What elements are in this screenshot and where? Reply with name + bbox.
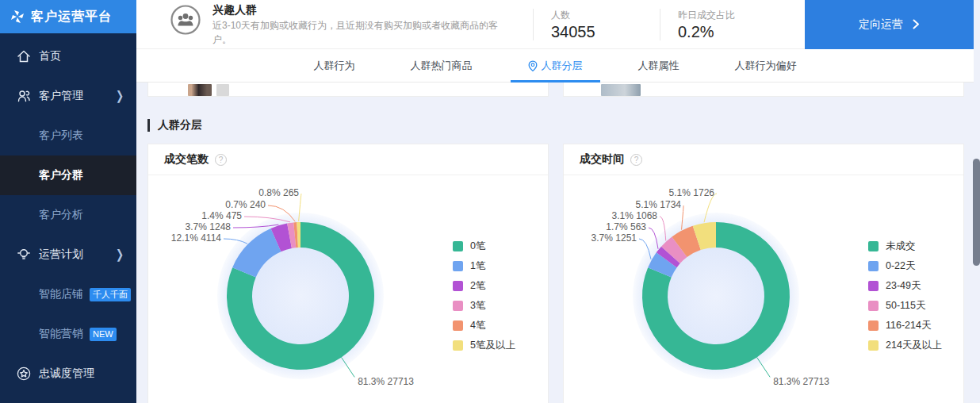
- card-title: 成交时间: [580, 152, 624, 167]
- pinwheel-logo-icon: [10, 9, 25, 25]
- slice-label: 12.1% 4114: [171, 232, 221, 244]
- chevron-right-icon: [913, 19, 920, 29]
- smart-store-badge: 千人千面: [90, 288, 131, 301]
- tab-group-hot-products[interactable]: 人群热门商品: [406, 49, 477, 83]
- legend-item[interactable]: 2笔: [453, 276, 515, 296]
- legend-label: 3笔: [470, 299, 485, 313]
- slice-label: 3.7% 1248: [186, 221, 232, 232]
- app-logo[interactable]: 客户运营平台: [0, 0, 136, 33]
- sidebar-item-label: 首页: [39, 49, 61, 63]
- slice-label: 81.3% 27713: [358, 376, 414, 387]
- legend-label: 0-22天: [886, 259, 916, 273]
- slice-label: 5.1% 1734: [636, 199, 682, 210]
- legend-item[interactable]: 5笔及以上: [453, 336, 515, 355]
- legend-item[interactable]: 未成交: [868, 236, 942, 256]
- metric-count: 人数 34055: [533, 9, 660, 40]
- targeted-operation-label: 定向运营: [859, 17, 903, 32]
- sidebar-item-label: 客户分群: [39, 168, 83, 182]
- legend-label: 50-115天: [886, 299, 926, 313]
- sidebar-nav: 首页 客户管理 ❯ 客户列表 客户分群 客户分析: [0, 33, 136, 393]
- legend-swatch: [868, 340, 879, 351]
- legend-label: 2笔: [470, 279, 485, 293]
- new-badge: NEW: [90, 328, 117, 341]
- sidebar-item-smart-store[interactable]: 智能店铺 千人千面: [0, 274, 136, 314]
- legend-swatch: [868, 241, 879, 251]
- donut-slice[interactable]: [232, 228, 281, 278]
- sidebar-item-home[interactable]: 首页: [0, 36, 136, 76]
- sidebar-item-customer-analysis[interactable]: 客户分析: [0, 195, 136, 235]
- legend-item[interactable]: 23-49天: [868, 276, 942, 296]
- legend-item[interactable]: 214天及以上: [868, 336, 942, 355]
- section-title-bar: [147, 119, 150, 132]
- help-icon[interactable]: ?: [215, 154, 227, 166]
- sidebar-item-customer-list[interactable]: 客户列表: [0, 116, 136, 155]
- tab-group-behavior-preference[interactable]: 人群行为偏好: [730, 49, 802, 83]
- section-title-row: 人群分层: [147, 118, 980, 132]
- tab-group-behavior[interactable]: 人群行为: [309, 49, 360, 83]
- sidebar-item-label: 客户管理: [39, 89, 83, 103]
- tab-label: 人群属性: [638, 59, 679, 73]
- product-thumbnail: [216, 84, 229, 96]
- lightbulb-icon: [16, 247, 32, 263]
- tab-label: 人群分层: [542, 59, 583, 73]
- card-header: 成交笔数 ?: [148, 144, 548, 175]
- slice-label: 81.3% 27713: [773, 376, 829, 387]
- deal-count-card: 成交笔数 ? 81.3% 2771312.1% 41143.7% 12481.4…: [147, 144, 549, 403]
- sidebar-item-label: 智能营销: [39, 327, 83, 341]
- scrollbar-thumb[interactable]: [973, 159, 980, 266]
- card-title: 成交笔数: [164, 152, 209, 167]
- donut-chart-deal-time: 81.3% 277133.7% 12511.7% 5633.1% 10685.1…: [564, 175, 963, 403]
- legend-label: 1笔: [470, 259, 485, 273]
- tab-group-stratification[interactable]: 人群分层: [523, 49, 588, 83]
- cutoff-card-left: [147, 83, 549, 97]
- deal-time-card: 成交时间 ? 81.3% 277133.7% 12511.7% 5633.1% …: [563, 144, 964, 403]
- loyalty-star-icon: [16, 366, 32, 382]
- previous-section-cutoff: [136, 83, 980, 97]
- group-text: 兴趣人群 近3-10天有加购或收藏行为，且近期没有购买加购或者收藏商品的客户。: [212, 2, 507, 47]
- metric-value: 34055: [551, 23, 660, 41]
- sidebar-item-customer-segment[interactable]: 客户分群: [0, 155, 136, 195]
- group-avatar-icon: [170, 4, 201, 36]
- targeted-operation-button[interactable]: 定向运营: [805, 0, 974, 49]
- tab-group-attributes[interactable]: 人群属性: [634, 49, 684, 83]
- legend-item[interactable]: 3笔: [453, 296, 515, 316]
- sidebar-item-label: 忠诚度管理: [39, 367, 94, 381]
- help-icon[interactable]: ?: [630, 154, 642, 166]
- legend-label: 0笔: [470, 240, 485, 253]
- legend-item[interactable]: 1笔: [453, 256, 515, 276]
- tab-label: 人群热门商品: [411, 59, 473, 73]
- sidebar-item-smart-marketing[interactable]: 智能营销 NEW: [0, 314, 136, 354]
- sidebar-item-customer-management[interactable]: 客户管理 ❯: [0, 76, 136, 116]
- charts-row: 成交笔数 ? 81.3% 2771312.1% 41143.7% 12481.4…: [136, 144, 980, 403]
- sidebar-item-label: 客户列表: [39, 129, 83, 143]
- legend-item[interactable]: 116-214天: [868, 316, 942, 336]
- legend-label: 116-214天: [886, 319, 931, 332]
- legend-swatch: [453, 301, 463, 311]
- legend-item[interactable]: 4笔: [453, 316, 515, 336]
- legend-swatch: [868, 320, 879, 331]
- legend-label: 4笔: [470, 319, 485, 332]
- legend-item[interactable]: 0-22天: [868, 256, 942, 276]
- legend-item[interactable]: 0笔: [453, 236, 515, 256]
- slice-label: 3.1% 1068: [612, 210, 658, 221]
- group-description: 近3-10天有加购或收藏行为，且近期没有购买加购或者收藏商品的客户。: [212, 19, 507, 47]
- group-info: 兴趣人群 近3-10天有加购或收藏行为，且近期没有购买加购或者收藏商品的客户。: [136, 2, 533, 47]
- metric-label: 昨日成交占比: [678, 9, 787, 22]
- sidebar-item-label: 客户分析: [39, 208, 83, 222]
- sidebar-item-loyalty-management[interactable]: 忠诚度管理: [0, 354, 136, 393]
- product-thumbnail: [188, 84, 212, 96]
- legend-swatch: [453, 320, 463, 331]
- chevron-right-icon: ❯: [116, 89, 124, 103]
- main-content: 人群分层 成交笔数 ? 81.3% 2771312.1% 41143.7% 12…: [136, 83, 980, 403]
- slice-label: 0.7% 240: [225, 199, 266, 210]
- sidebar-item-operation-plan[interactable]: 运营计划 ❯: [0, 235, 136, 274]
- slice-label: 0.8% 265: [258, 187, 299, 198]
- legend-item[interactable]: 50-115天: [868, 296, 942, 316]
- slice-label: 5.1% 1726: [669, 187, 715, 198]
- home-icon: [16, 48, 32, 64]
- card-header: 成交时间 ?: [564, 144, 963, 175]
- chevron-right-icon: ❯: [116, 248, 124, 262]
- legend-swatch: [453, 340, 463, 351]
- group-header: 兴趣人群 近3-10天有加购或收藏行为，且近期没有购买加购或者收藏商品的客户。 …: [136, 0, 974, 49]
- group-name: 兴趣人群: [212, 3, 507, 17]
